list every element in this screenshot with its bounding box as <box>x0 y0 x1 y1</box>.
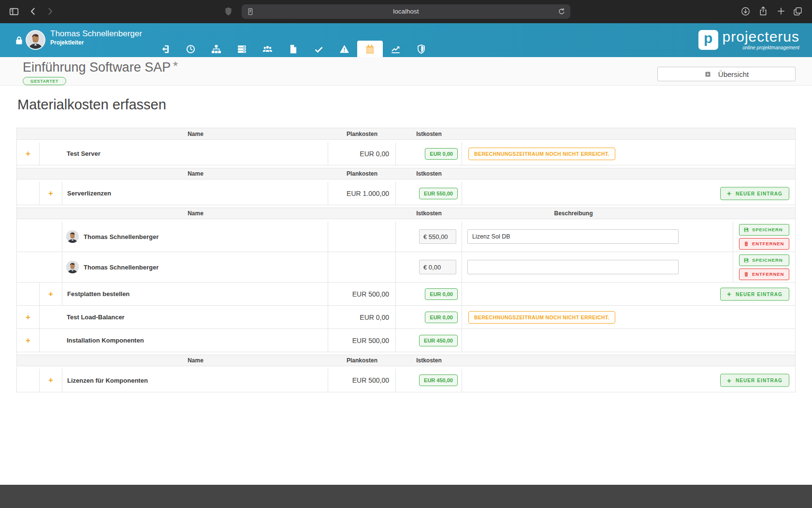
cost-entry-row: Thomas SchnellenbergerSPEICHERNENTFERNEN <box>17 222 795 252</box>
cost-item-row: +Festplatten bestellenEUR 500,00EUR 0,00… <box>17 283 795 306</box>
table-header-row: NamePlankostenIstkosten <box>17 355 795 366</box>
expand-button[interactable]: + <box>40 283 62 305</box>
plankosten-cell-empty <box>328 252 396 282</box>
downloads-icon[interactable] <box>740 6 751 16</box>
remove-button[interactable]: ENTFERNEN <box>739 269 789 280</box>
row-detail-cell: +NEUER EINTRAG <box>462 369 795 392</box>
shield-icon <box>416 44 426 54</box>
column-header-name: Name <box>17 168 328 179</box>
new-entry-button[interactable]: +NEUER EINTRAG <box>720 374 789 387</box>
beschreibung-input[interactable] <box>467 260 679 274</box>
nav-item-shield[interactable] <box>408 41 434 57</box>
nav-item-document[interactable] <box>280 41 306 57</box>
nav-item-users[interactable] <box>255 41 280 57</box>
indent-cell <box>17 252 62 282</box>
logo-name: projecterus <box>723 30 799 44</box>
expand-button[interactable]: + <box>40 369 62 392</box>
trash-icon <box>743 241 749 247</box>
project-bar: Einführung Software SAP★ GESTARTET Übers… <box>0 57 812 86</box>
istkosten-input-cell <box>396 222 462 252</box>
column-header-beschreibung: Beschreibung <box>462 208 733 219</box>
beschreibung-cell <box>462 222 733 252</box>
user-role: Projektleiter <box>50 39 84 46</box>
browser-chrome: localhost <box>0 0 812 23</box>
reload-icon[interactable] <box>557 7 566 16</box>
istkosten-badge: EUR 0,00 <box>425 312 458 323</box>
save-button[interactable]: SPEICHERN <box>739 224 789 236</box>
column-header-istkosten: Istkosten <box>396 208 462 219</box>
floppy-icon <box>743 227 749 233</box>
app-logo: p projecterus online projektmanagement <box>698 30 799 50</box>
lock-icon[interactable] <box>14 35 24 46</box>
column-header-name: Name <box>17 208 328 219</box>
beschreibung-cell <box>462 252 733 282</box>
nav-item-warning[interactable] <box>332 41 357 57</box>
nav-item-chart-line[interactable] <box>383 41 408 57</box>
sidebar-toggle-icon[interactable] <box>9 6 19 17</box>
header-spacer <box>462 128 795 139</box>
forward-icon[interactable] <box>45 6 55 16</box>
plankosten-value: EUR 0,00 <box>328 142 396 165</box>
logo-mark: p <box>698 30 718 50</box>
expand-button[interactable]: + <box>17 329 40 352</box>
user-name: Thomas Schnellenberger <box>50 29 142 39</box>
page-footer <box>0 485 812 508</box>
remove-button[interactable]: ENTFERNEN <box>739 238 789 250</box>
plankosten-value: EUR 500,00 <box>328 329 396 352</box>
avatar <box>66 230 79 243</box>
header-spacer <box>462 168 795 179</box>
cost-item-row: +Lizenzen für KomponentenEUR 500,00EUR 4… <box>17 369 795 392</box>
header-spacer <box>462 355 795 366</box>
indent-cell <box>17 283 40 305</box>
entry-user-cell: Thomas Schnellenberger <box>62 252 328 282</box>
cost-item-name: Test Server <box>40 142 328 165</box>
istkosten-input-cell <box>396 252 462 282</box>
column-header-istkosten: Istkosten <box>396 128 462 139</box>
favorite-star-icon[interactable]: ★ <box>172 60 178 68</box>
row-detail-cell: BERECHNUNGSZEITRAUM NOCH NICHT ERREICHT. <box>462 142 795 165</box>
nav-item-calendar[interactable] <box>357 41 383 57</box>
server-list-icon <box>237 44 247 54</box>
overview-button[interactable]: Übersicht <box>657 67 796 81</box>
entry-user-name: Thomas Schnellenberger <box>84 264 159 271</box>
url-bar[interactable]: localhost <box>242 4 570 19</box>
nav-item-clock[interactable] <box>178 41 203 57</box>
new-tab-icon[interactable] <box>776 6 786 16</box>
expand-button[interactable]: + <box>17 142 40 165</box>
cost-table: NamePlankostenIstkosten+Test ServerEUR 0… <box>16 128 796 392</box>
calendar-icon <box>365 44 375 54</box>
cost-item-row: +Test ServerEUR 0,00EUR 0,00BERECHNUNGSZ… <box>17 142 795 165</box>
column-header-plankosten: Plankosten <box>328 168 396 179</box>
istkosten-badge: EUR 450,00 <box>419 335 458 346</box>
plankosten-value: EUR 500,00 <box>328 369 396 392</box>
new-entry-button[interactable]: +NEUER EINTRAG <box>720 187 789 200</box>
nav-item-org-chart[interactable] <box>203 41 229 57</box>
istkosten-cell: EUR 450,00 <box>396 369 462 392</box>
back-icon[interactable] <box>28 6 38 16</box>
reader-icon[interactable] <box>246 7 255 16</box>
plankosten-value: EUR 500,00 <box>328 283 396 305</box>
row-detail-cell: +NEUER EINTRAG <box>462 182 795 205</box>
column-header-plankosten: Plankosten <box>328 128 396 139</box>
beschreibung-input[interactable] <box>467 229 679 244</box>
tab-overview-icon[interactable] <box>793 6 803 16</box>
plankosten-value: EUR 1.000,00 <box>328 182 396 205</box>
istkosten-input[interactable] <box>419 260 456 274</box>
user-avatar[interactable] <box>27 31 44 49</box>
cost-entry-row: Thomas SchnellenbergerSPEICHERNENTFERNEN <box>17 252 795 283</box>
istkosten-badge: EUR 550,00 <box>419 188 458 199</box>
share-icon[interactable] <box>758 6 768 16</box>
privacy-shield-icon <box>223 6 233 16</box>
nav-item-check[interactable] <box>306 41 332 57</box>
project-status-badge: GESTARTET <box>23 77 66 85</box>
expand-button[interactable]: + <box>40 182 62 205</box>
new-entry-button[interactable]: +NEUER EINTRAG <box>720 287 789 300</box>
nav-item-server-list[interactable] <box>229 41 255 57</box>
floppy-icon <box>743 257 749 263</box>
save-button[interactable]: SPEICHERN <box>739 254 789 266</box>
column-header-istkosten: Istkosten <box>396 355 462 366</box>
nav-item-sign-out[interactable] <box>152 41 178 57</box>
expand-button[interactable]: + <box>17 306 40 329</box>
row-detail-cell <box>462 329 795 352</box>
istkosten-input[interactable] <box>419 229 456 244</box>
